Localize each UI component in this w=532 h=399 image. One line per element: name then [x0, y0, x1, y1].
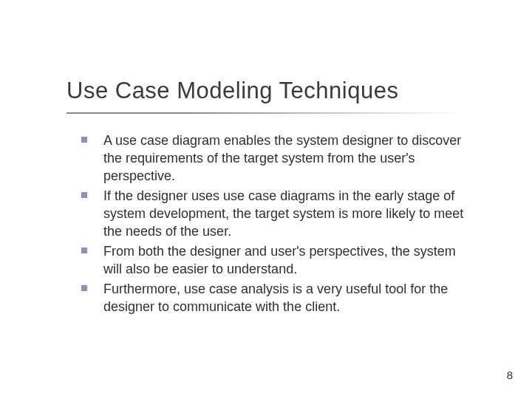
slide: Use Case Modeling Techniques A use case … [0, 0, 532, 399]
slide-title-block: Use Case Modeling Techniques [66, 78, 502, 104]
page-number: 8 [507, 369, 513, 381]
list-item: If the designer uses use case diagrams i… [81, 187, 473, 240]
bullet-text: A use case diagram enables the system de… [103, 132, 473, 185]
slide-title: Use Case Modeling Techniques [66, 78, 502, 104]
list-item: Furthermore, use case analysis is a very… [81, 280, 473, 316]
slide-body: A use case diagram enables the system de… [81, 132, 473, 318]
square-bullet-icon [81, 137, 87, 143]
bullet-text: If the designer uses use case diagrams i… [103, 187, 473, 240]
bullet-text: From both the designer and user's perspe… [103, 242, 473, 278]
square-bullet-icon [81, 285, 87, 291]
square-bullet-icon [81, 192, 87, 198]
bullet-text: Furthermore, use case analysis is a very… [103, 280, 473, 316]
list-item: A use case diagram enables the system de… [81, 132, 473, 185]
square-bullet-icon [81, 248, 87, 253]
title-underline [66, 112, 462, 114]
list-item: From both the designer and user's perspe… [81, 242, 473, 278]
